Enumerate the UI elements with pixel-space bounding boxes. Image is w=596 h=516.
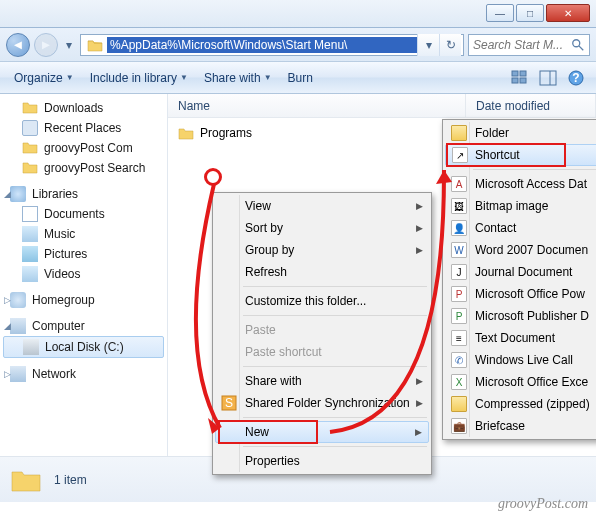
- submenu-item-compressed[interactable]: Compressed (zipped): [445, 393, 596, 415]
- context-menu-shared-folder-sync[interactable]: SShared Folder Synchronization▶: [215, 392, 429, 414]
- excel-icon: X: [451, 374, 467, 390]
- sidebar-header-homegroup[interactable]: ▷Homegroup: [0, 290, 167, 310]
- search-box[interactable]: [468, 34, 590, 56]
- chevron-down-icon: ▼: [180, 73, 188, 82]
- phone-icon: ✆: [451, 352, 467, 368]
- submenu-item-shortcut[interactable]: ↗Shortcut: [445, 144, 596, 166]
- back-button[interactable]: ◄: [6, 33, 30, 57]
- sidebar-item-pictures[interactable]: Pictures: [0, 244, 167, 264]
- refresh-button[interactable]: ↻: [439, 34, 461, 56]
- publisher-icon: P: [451, 308, 467, 324]
- svg-rect-5: [520, 78, 526, 83]
- sidebar-item-documents[interactable]: Documents: [0, 204, 167, 224]
- text-icon: ≡: [451, 330, 467, 346]
- context-menu-customize[interactable]: Customize this folder...: [215, 290, 429, 312]
- maximize-button[interactable]: □: [516, 4, 544, 22]
- context-menu-properties[interactable]: Properties: [215, 450, 429, 472]
- submenu-item-word[interactable]: WWord 2007 Documen: [445, 239, 596, 261]
- svg-text:?: ?: [572, 71, 579, 85]
- sidebar-item-label: Downloads: [44, 101, 103, 115]
- submenu-item-excel[interactable]: XMicrosoft Office Exce: [445, 371, 596, 393]
- help-button[interactable]: ?: [564, 66, 588, 90]
- shortcut-icon: ↗: [452, 147, 468, 163]
- submenu-item-contact[interactable]: 👤Contact: [445, 217, 596, 239]
- disclosure-icon: ◢: [4, 189, 11, 199]
- share-with-menu[interactable]: Share with▼: [198, 67, 278, 89]
- sync-icon: S: [221, 395, 237, 411]
- sidebar-item-local-disk-c[interactable]: Local Disk (C:): [3, 336, 164, 358]
- menu-separator: [243, 286, 427, 287]
- submenu-item-publisher[interactable]: PMicrosoft Publisher D: [445, 305, 596, 327]
- context-menu-sort-by[interactable]: Sort by▶: [215, 217, 429, 239]
- context-menu-share-with[interactable]: Share with▶: [215, 370, 429, 392]
- disclosure-icon: ▷: [4, 369, 11, 379]
- menu-separator: [243, 315, 427, 316]
- context-menu-view[interactable]: View▶: [215, 195, 429, 217]
- column-header-name[interactable]: Name: [168, 94, 466, 117]
- submenu-item-folder[interactable]: Folder: [445, 122, 596, 144]
- sidebar-item-label: Music: [44, 227, 75, 241]
- svg-rect-2: [512, 71, 518, 76]
- submenu-item-text[interactable]: ≡Text Document: [445, 327, 596, 349]
- organize-menu[interactable]: Organize▼: [8, 67, 80, 89]
- preview-pane-button[interactable]: [536, 66, 560, 90]
- sidebar-header-libraries[interactable]: ◢Libraries: [0, 184, 167, 204]
- submenu-item-briefcase[interactable]: 💼Briefcase: [445, 415, 596, 437]
- word-icon: W: [451, 242, 467, 258]
- context-menu-refresh[interactable]: Refresh: [215, 261, 429, 283]
- context-menu: View▶ Sort by▶ Group by▶ Refresh Customi…: [212, 192, 432, 475]
- sidebar-item-music[interactable]: Music: [0, 224, 167, 244]
- search-input[interactable]: [473, 38, 571, 52]
- submenu-item-journal[interactable]: JJournal Document: [445, 261, 596, 283]
- include-in-library-menu[interactable]: Include in library▼: [84, 67, 194, 89]
- submenu-arrow-icon: ▶: [415, 427, 422, 437]
- sidebar-header-network[interactable]: ▷Network: [0, 364, 167, 384]
- navigation-bar: ◄ ► ▾ ▾ ↻: [0, 28, 596, 62]
- item-count-label: 1 item: [54, 473, 87, 487]
- sidebar-item-label: groovyPost Search: [44, 161, 145, 175]
- nav-history-dropdown[interactable]: ▾: [62, 33, 76, 57]
- svg-point-0: [573, 39, 580, 46]
- column-headers: Name Date modified: [168, 94, 596, 118]
- menu-separator: [243, 366, 427, 367]
- submenu-arrow-icon: ▶: [416, 245, 423, 255]
- context-menu-paste-shortcut: Paste shortcut: [215, 341, 429, 363]
- submenu-item-bitmap[interactable]: 🖼Bitmap image: [445, 195, 596, 217]
- folder-icon: [451, 125, 467, 141]
- sidebar-item-label: Homegroup: [32, 293, 95, 307]
- submenu-item-powerpoint[interactable]: PMicrosoft Office Pow: [445, 283, 596, 305]
- menu-separator: [243, 417, 427, 418]
- sidebar-item-downloads[interactable]: Downloads: [0, 98, 167, 118]
- folder-icon: [87, 38, 103, 52]
- submenu-arrow-icon: ▶: [416, 201, 423, 211]
- sidebar-item-videos[interactable]: Videos: [0, 264, 167, 284]
- address-bar[interactable]: ▾ ↻: [80, 34, 464, 56]
- file-name-label: Programs: [200, 126, 252, 140]
- contact-icon: 👤: [451, 220, 467, 236]
- access-icon: A: [451, 176, 467, 192]
- context-menu-new[interactable]: New▶: [215, 421, 429, 443]
- svg-rect-4: [512, 78, 518, 83]
- close-button[interactable]: ✕: [546, 4, 590, 22]
- submenu-item-windows-live-call[interactable]: ✆Windows Live Call: [445, 349, 596, 371]
- svg-rect-3: [520, 71, 526, 76]
- submenu-item-access[interactable]: AMicrosoft Access Dat: [445, 173, 596, 195]
- minimize-button[interactable]: —: [486, 4, 514, 22]
- svg-rect-6: [540, 71, 556, 85]
- address-input[interactable]: [107, 37, 417, 53]
- change-view-button[interactable]: [508, 66, 532, 90]
- sidebar-item-recent-places[interactable]: Recent Places: [0, 118, 167, 138]
- column-header-date[interactable]: Date modified: [466, 94, 596, 117]
- sidebar-header-computer[interactable]: ◢Computer: [0, 316, 167, 336]
- menu-separator: [473, 169, 596, 170]
- burn-button[interactable]: Burn: [282, 67, 319, 89]
- address-dropdown-button[interactable]: ▾: [417, 34, 439, 56]
- context-menu-paste: Paste: [215, 319, 429, 341]
- forward-button[interactable]: ►: [34, 33, 58, 57]
- submenu-arrow-icon: ▶: [416, 376, 423, 386]
- navigation-pane: Downloads Recent Places groovyPost Com g…: [0, 94, 168, 456]
- sidebar-item-groovypost-com[interactable]: groovyPost Com: [0, 138, 167, 158]
- chevron-down-icon: ▼: [66, 73, 74, 82]
- sidebar-item-groovypost-search[interactable]: groovyPost Search: [0, 158, 167, 178]
- context-menu-group-by[interactable]: Group by▶: [215, 239, 429, 261]
